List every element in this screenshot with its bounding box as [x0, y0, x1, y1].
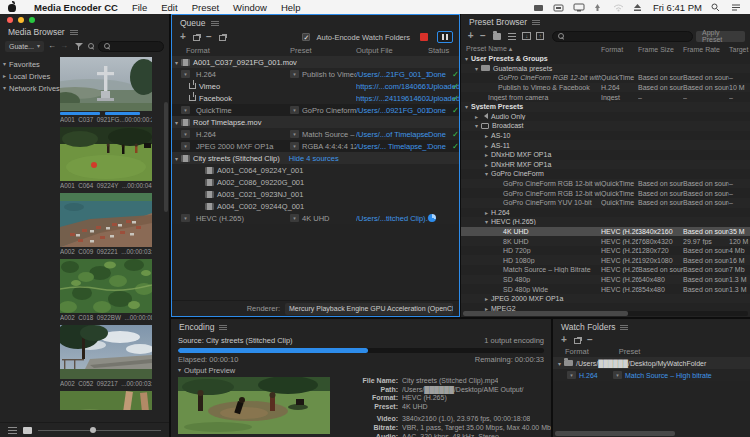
- create-group-icon[interactable]: [493, 33, 501, 40]
- updates-status-icon[interactable]: [593, 3, 604, 12]
- column-status[interactable]: Status: [428, 46, 452, 55]
- panel-menu-icon[interactable]: [219, 325, 227, 330]
- format-dropdown[interactable]: [181, 142, 190, 150]
- output-file-link[interactable]: https://...24119614602283: [356, 94, 428, 103]
- preset-row[interactable]: Match Source – High Bitrate HEVC (H.265)…: [461, 265, 750, 275]
- expand-chevron-icon[interactable]: ▸: [485, 161, 488, 168]
- preset-row[interactable]: 8K UHD HEVC (H.265) 7680x4320 29.97 fps …: [461, 236, 750, 246]
- preset-browser-tab[interactable]: Preset Browser: [461, 14, 750, 28]
- expand-chevron-icon[interactable]: ▾: [558, 360, 561, 367]
- watch-folder-output-row[interactable]: H.264 Match Source – High bitrate: [553, 369, 750, 381]
- preset-row[interactable]: ▸ DNxHD MXF OP1a: [461, 150, 750, 160]
- hide-sources-link[interactable]: Hide 4 sources: [289, 154, 339, 163]
- media-browser-tab[interactable]: Media Browser: [0, 24, 169, 38]
- expand-chevron-icon[interactable]: ▸: [485, 209, 488, 216]
- column-preset[interactable]: Preset: [290, 46, 356, 55]
- queue-row[interactable]: ▾ City streets (Stitched Clip) Hide 4 so…: [172, 152, 459, 164]
- preset-row[interactable]: ▸ AS-10: [461, 131, 750, 141]
- zoom-search-icon[interactable]: [88, 43, 94, 49]
- tree-item-local-drives[interactable]: ▸Local Drives: [3, 70, 56, 82]
- clip-thumbnail-ball-closeup[interactable]: [60, 391, 152, 410]
- close-window-button[interactable]: [7, 17, 13, 23]
- preset-dropdown[interactable]: [290, 142, 299, 150]
- expand-chevron-icon[interactable]: ▾: [485, 170, 488, 177]
- slider-knob[interactable]: [90, 427, 96, 433]
- column-target-rate[interactable]: Target R: [729, 46, 750, 53]
- auto-encode-checkbox[interactable]: ✓: [302, 33, 310, 41]
- copy-button[interactable]: [219, 35, 226, 41]
- panel-menu-icon[interactable]: [532, 20, 540, 25]
- expand-chevron-icon[interactable]: ▾: [175, 155, 178, 162]
- preset-dropdown[interactable]: [290, 70, 299, 78]
- clip-scrub-bar[interactable]: [60, 112, 152, 115]
- window-status-icon[interactable]: [553, 3, 564, 12]
- menu-file[interactable]: File: [125, 2, 154, 13]
- preset-row[interactable]: ▸ AS-11: [461, 140, 750, 150]
- thumbnail-size-slider[interactable]: [38, 430, 161, 431]
- media-clip[interactable]: A002_C052_092217_...00:00:03:04: [60, 325, 161, 387]
- preset-row[interactable]: HD 720p HEVC (H.265) 1280x720 Based on s…: [461, 246, 750, 256]
- queue-row[interactable]: JPEG 2000 MXF OP1a RGBA 4:4:4:4 12-bit (…: [172, 140, 459, 152]
- expand-chevron-icon[interactable]: ▾: [485, 218, 488, 225]
- watch-folders-tab[interactable]: Watch Folders: [553, 319, 750, 333]
- menu-window[interactable]: Window: [226, 2, 274, 13]
- preset-row[interactable]: SD 480p Wide HEVC (H.265) 854x480 Based …: [461, 284, 750, 294]
- menu-edit[interactable]: Edit: [154, 2, 184, 13]
- column-output-file[interactable]: Output File: [356, 46, 428, 55]
- duplicate-button[interactable]: [193, 35, 200, 41]
- column-format[interactable]: Format: [565, 347, 589, 357]
- queue-row[interactable]: ▾ A001_C037_0921FG_001.mov: [172, 56, 459, 68]
- delete-preset-button[interactable]: −: [478, 31, 487, 41]
- preset-row[interactable]: ▾ GoPro CineForm: [461, 169, 750, 179]
- output-preview-toggle[interactable]: ▾Output Preview: [178, 365, 544, 375]
- preset-row[interactable]: ▾ System Presets: [461, 102, 750, 112]
- queue-row[interactable]: HEVC (H.265) 4K UHD /Users/...titched Cl…: [172, 212, 459, 224]
- clip-thumbnail-aerial-lake-town[interactable]: [60, 193, 152, 247]
- preset-row[interactable]: GoPro CineForm YUV 10-bit QuickTime Base…: [461, 198, 750, 208]
- format-dropdown[interactable]: [181, 106, 190, 114]
- menu-preset[interactable]: Preset: [185, 2, 226, 13]
- preset-row[interactable]: HD 1080p HEVC (H.265) 1920x1080 Based on…: [461, 255, 750, 265]
- preset-row[interactable]: ▾ Broadcast: [461, 121, 750, 131]
- expand-chevron-icon[interactable]: ▸: [475, 113, 478, 120]
- preset-row[interactable]: ▸ DNxHR MXF OP1a: [461, 160, 750, 170]
- expand-chevron-icon[interactable]: ▾: [465, 103, 468, 110]
- format-dropdown[interactable]: [181, 130, 190, 138]
- format-dropdown[interactable]: [567, 371, 576, 379]
- queue-row[interactable]: Facebook https://...24119614602283 Uploa…: [172, 92, 459, 104]
- preset-settings-icon[interactable]: [508, 33, 516, 40]
- expand-chevron-icon[interactable]: ▾: [175, 59, 178, 66]
- expand-chevron-icon[interactable]: ▸: [485, 132, 488, 139]
- forward-arrow-icon[interactable]: →: [60, 42, 68, 50]
- preset-row[interactable]: GoPro CineForm RGB 12-bit with alpha... …: [461, 188, 750, 198]
- menu-app-name[interactable]: Media Encoder CC: [27, 2, 125, 13]
- queue-tab[interactable]: Queue: [172, 15, 459, 29]
- column-preset-name[interactable]: Preset Name ▴: [461, 45, 601, 53]
- add-watch-folder-button[interactable]: +: [559, 335, 569, 345]
- media-clip[interactable]: A002_C018_0922BW_...00:00:08:13: [60, 259, 161, 321]
- preset-row[interactable]: ▸ Audio Only: [461, 112, 750, 122]
- menu-bar-clock[interactable]: Fri 6:41 PM: [653, 2, 702, 13]
- watch-folder-row[interactable]: ▾ /Users/██████/Desktop/MyWatchFolder: [553, 357, 750, 369]
- apply-preset-button[interactable]: Apply Preset: [696, 31, 745, 42]
- preset-horizontal-scrollbar[interactable]: [463, 311, 748, 316]
- preset-row[interactable]: Publish to Vimeo & Facebook H.264 Based …: [461, 83, 750, 93]
- filter-icon[interactable]: [75, 42, 84, 51]
- media-search-input[interactable]: [98, 41, 164, 52]
- panel-menu-icon[interactable]: [70, 30, 78, 35]
- expand-chevron-icon[interactable]: ▾: [475, 65, 478, 72]
- spotlight-search-icon[interactable]: [711, 3, 722, 12]
- queue-row[interactable]: Vimeo https://...com/184066142 Uploaded …: [172, 80, 459, 92]
- back-arrow-icon[interactable]: ←: [48, 42, 56, 50]
- tree-item-network-drives[interactable]: ▾Network Drives: [3, 82, 56, 94]
- format-dropdown[interactable]: [181, 70, 190, 78]
- panel-menu-icon[interactable]: [620, 325, 628, 330]
- tree-item-favorites[interactable]: ▾Favorites: [3, 58, 56, 70]
- queue-row[interactable]: A001_C064_09224Y_001: [172, 164, 459, 176]
- export-presets-icon[interactable]: ↑: [536, 32, 545, 40]
- output-file-link[interactable]: /Users/... Timelapse_1.mxf: [356, 142, 428, 151]
- media-clip[interactable]: A001_C064_09224Y_...00:00:04:08: [60, 127, 161, 189]
- media-browser-scrollbar[interactable]: [164, 102, 168, 212]
- preset-row[interactable]: 4K UHD HEVC (H.265) 3840x2160 Based on s…: [461, 227, 750, 237]
- remove-button[interactable]: −: [204, 32, 214, 42]
